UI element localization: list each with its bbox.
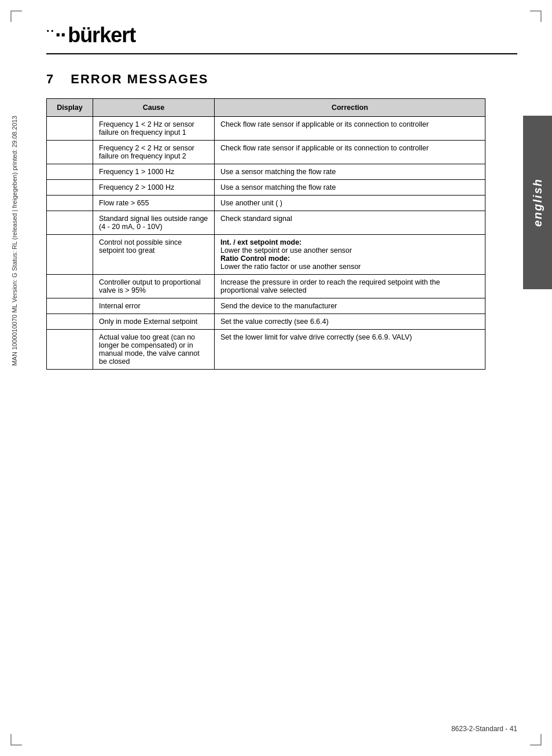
logo-area: ·· bürkert <box>46 23 517 54</box>
cell-display <box>47 117 93 141</box>
cell-display <box>47 314 93 330</box>
cell-correction: Use a sensor matching the flow rate <box>215 164 485 180</box>
cell-display <box>47 275 93 298</box>
cell-cause: Control not possible since setpoint too … <box>93 235 215 275</box>
cell-correction: Use a sensor matching the flow rate <box>215 180 485 196</box>
brand-logo: ·· bürkert <box>46 23 517 47</box>
logo-dots: ·· <box>46 23 65 47</box>
col-header-correction: Correction <box>215 99 485 117</box>
logo-name: bürkert <box>68 23 135 47</box>
cell-display <box>47 211 93 235</box>
cell-correction: Send the device to the manufacturer <box>215 298 485 314</box>
cell-display <box>47 196 93 211</box>
corner-mark-tl <box>10 10 22 22</box>
table-row: Controller output to proportional valve … <box>47 275 485 298</box>
page-footer: 8623-2-Standard - 41 <box>451 725 517 733</box>
cell-correction: Increase the pressure in order to reach … <box>215 275 485 298</box>
corner-mark-tr <box>530 10 542 22</box>
cell-cause: Frequency 2 > 1000 Hz <box>93 180 215 196</box>
cell-correction: Set the value correctly (see 6.6.4) <box>215 314 485 330</box>
cell-display <box>47 141 93 164</box>
page-container: MAN 1000010070 ML Version: G Status: RL … <box>0 0 552 756</box>
error-messages-table: Display Cause Correction Frequency 1 < 2… <box>46 98 485 370</box>
table-row: Only in mode External setpointSet the va… <box>47 314 485 330</box>
footer-text: 8623-2-Standard - 41 <box>451 725 517 733</box>
cell-correction: Use another unit ( ) <box>215 196 485 211</box>
table-row: Frequency 1 > 1000 HzUse a sensor matchi… <box>47 164 485 180</box>
cell-cause: Frequency 2 < 2 Hz or sensor failure on … <box>93 141 215 164</box>
cell-display <box>47 180 93 196</box>
corner-mark-br <box>530 734 542 746</box>
col-header-display: Display <box>47 99 93 117</box>
table-row: Control not possible since setpoint too … <box>47 235 485 275</box>
sidebar-label: MAN 1000010070 ML Version: G Status: RL … <box>11 116 18 366</box>
cell-cause: Controller output to proportional valve … <box>93 275 215 298</box>
table-header-row: Display Cause Correction <box>47 99 485 117</box>
cell-display <box>47 330 93 370</box>
cell-cause: Internal error <box>93 298 215 314</box>
table-row: Internal errorSend the device to the man… <box>47 298 485 314</box>
section-title: ERROR MESSAGES <box>71 72 208 87</box>
sidebar-metadata: MAN 1000010070 ML Version: G Status: RL … <box>6 116 23 405</box>
table-row: Frequency 2 > 1000 HzUse a sensor matchi… <box>47 180 485 196</box>
cell-cause: Frequency 1 > 1000 Hz <box>93 164 215 180</box>
language-label: english <box>531 178 544 227</box>
cell-cause: Frequency 1 < 2 Hz or sensor failure on … <box>93 117 215 141</box>
cell-correction: Check flow rate sensor if applicable or … <box>215 141 485 164</box>
table-row: Frequency 1 < 2 Hz or sensor failure on … <box>47 117 485 141</box>
section-number: 7 <box>46 72 53 87</box>
table-row: Frequency 2 < 2 Hz or sensor failure on … <box>47 141 485 164</box>
table-wrapper: Display Cause Correction Frequency 1 < 2… <box>46 98 485 370</box>
cell-display <box>47 298 93 314</box>
cell-correction: Check standard signal <box>215 211 485 235</box>
cell-cause: Only in mode External setpoint <box>93 314 215 330</box>
corner-mark-bl <box>10 734 22 746</box>
cell-cause: Standard signal lies outside range (4 - … <box>93 211 215 235</box>
cell-cause: Actual value too great (can no longer be… <box>93 330 215 370</box>
cell-correction: Set the lower limit for valve drive corr… <box>215 330 485 370</box>
cell-correction: Check flow rate sensor if applicable or … <box>215 117 485 141</box>
language-sidebar: english <box>523 116 552 289</box>
cell-correction: Int. / ext setpoint mode:Lower the setpo… <box>215 235 485 275</box>
cell-cause: Flow rate > 655 <box>93 196 215 211</box>
table-row: Flow rate > 655Use another unit ( ) <box>47 196 485 211</box>
cell-display <box>47 164 93 180</box>
cell-display <box>47 235 93 275</box>
table-row: Actual value too great (can no longer be… <box>47 330 485 370</box>
col-header-cause: Cause <box>93 99 215 117</box>
section-heading: 7 ERROR MESSAGES <box>46 72 517 87</box>
table-row: Standard signal lies outside range (4 - … <box>47 211 485 235</box>
